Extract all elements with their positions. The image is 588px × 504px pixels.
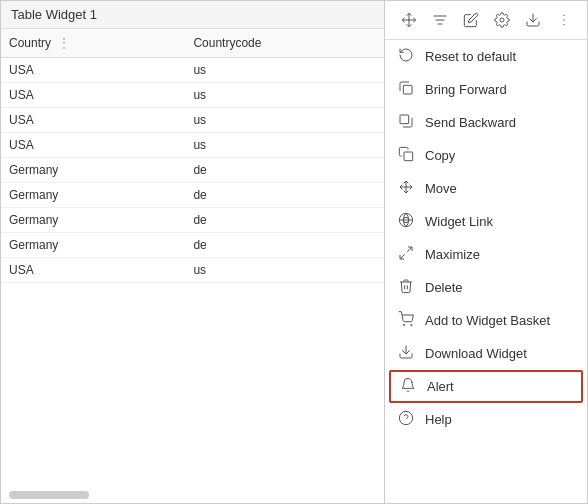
scroll-bar [9, 491, 89, 499]
table-widget-title: Table Widget 1 [1, 1, 384, 29]
menu-item-move-label: Move [425, 181, 575, 196]
settings-toolbar-icon[interactable] [489, 7, 515, 33]
menu-item-help-label: Help [425, 412, 575, 427]
svg-point-14 [403, 324, 404, 325]
cell-code: us [185, 83, 384, 108]
filter-toolbar-icon[interactable] [427, 7, 453, 33]
cell-code: de [185, 158, 384, 183]
col-country-menu-icon[interactable]: ⋮ [57, 35, 71, 51]
menu-item-help[interactable]: Help [385, 403, 587, 436]
menu-item-send-backward-label: Send Backward [425, 115, 575, 130]
cell-country: USA [1, 108, 185, 133]
menu-item-bring-forward[interactable]: Bring Forward [385, 73, 587, 106]
svg-rect-8 [404, 152, 413, 161]
cell-code: de [185, 208, 384, 233]
move-icon [397, 179, 415, 198]
cell-country: USA [1, 83, 185, 108]
more-toolbar-icon[interactable] [551, 7, 577, 33]
table-widget: Table Widget 1 Country ⋮ Countrycode [0, 0, 385, 504]
menu-item-copy-label: Copy [425, 148, 575, 163]
menu-item-download-widget-label: Download Widget [425, 346, 575, 361]
svg-line-12 [407, 247, 412, 252]
menu-item-move[interactable]: Move [385, 172, 587, 205]
menu-item-delete[interactable]: Delete [385, 271, 587, 304]
menu-item-add-basket-label: Add to Widget Basket [425, 313, 575, 328]
send-backward-icon [397, 113, 415, 132]
menu-item-maximize[interactable]: Maximize [385, 238, 587, 271]
svg-point-16 [399, 411, 412, 424]
table-row: USAus [1, 108, 384, 133]
cell-country: USA [1, 133, 185, 158]
svg-point-5 [563, 24, 564, 25]
delete-icon [397, 278, 415, 297]
cell-code: de [185, 183, 384, 208]
add-basket-icon [397, 311, 415, 330]
cell-code: de [185, 233, 384, 258]
svg-rect-7 [400, 115, 409, 124]
download-widget-icon [397, 344, 415, 363]
reset-icon [397, 47, 415, 66]
context-menu-list: Reset to defaultBring ForwardSend Backwa… [385, 40, 587, 503]
svg-rect-6 [403, 85, 412, 94]
svg-point-15 [411, 324, 412, 325]
toolbar-row [385, 1, 587, 40]
menu-item-alert-label: Alert [427, 379, 573, 394]
menu-item-delete-label: Delete [425, 280, 575, 295]
alert-icon [399, 377, 417, 396]
menu-item-send-backward[interactable]: Send Backward [385, 106, 587, 139]
copy-icon [397, 146, 415, 165]
scroll-indicator [9, 491, 376, 499]
menu-item-maximize-label: Maximize [425, 247, 575, 262]
cell-country: USA [1, 58, 185, 83]
menu-item-reset[interactable]: Reset to default [385, 40, 587, 73]
cell-code: us [185, 258, 384, 283]
edit-toolbar-icon[interactable] [458, 7, 484, 33]
data-table: Country ⋮ Countrycode USAusUSAusUSAusUSA… [1, 29, 384, 283]
table-row: Germanyde [1, 158, 384, 183]
cell-country: Germany [1, 208, 185, 233]
cell-country: Germany [1, 158, 185, 183]
menu-item-widget-link-label: Widget Link [425, 214, 575, 229]
table-row: USAus [1, 58, 384, 83]
menu-item-copy[interactable]: Copy [385, 139, 587, 172]
cell-country: Germany [1, 233, 185, 258]
table-container[interactable]: Country ⋮ Countrycode USAusUSAusUSAusUSA… [1, 29, 384, 499]
cell-code: us [185, 108, 384, 133]
table-row: Germanyde [1, 233, 384, 258]
cell-country: Germany [1, 183, 185, 208]
table-row: USAus [1, 83, 384, 108]
col-country: Country ⋮ [1, 29, 185, 58]
bring-forward-icon [397, 80, 415, 99]
svg-point-4 [563, 19, 564, 20]
cell-code: us [185, 58, 384, 83]
col-countrycode: Countrycode [185, 29, 384, 58]
menu-item-add-basket[interactable]: Add to Widget Basket [385, 304, 587, 337]
cell-country: USA [1, 258, 185, 283]
menu-item-alert[interactable]: Alert [389, 370, 583, 403]
help-icon [397, 410, 415, 429]
menu-item-widget-link[interactable]: Widget Link [385, 205, 587, 238]
table-row: Germanyde [1, 208, 384, 233]
svg-point-3 [563, 15, 564, 16]
move-toolbar-icon[interactable] [396, 7, 422, 33]
maximize-icon [397, 245, 415, 264]
svg-point-2 [500, 18, 504, 22]
widget-link-icon [397, 212, 415, 231]
table-row: USAus [1, 133, 384, 158]
context-panel: Reset to defaultBring ForwardSend Backwa… [385, 0, 588, 504]
menu-item-reset-label: Reset to default [425, 49, 575, 64]
download-toolbar-icon[interactable] [520, 7, 546, 33]
table-row: USAus [1, 258, 384, 283]
cell-code: us [185, 133, 384, 158]
main-container: Table Widget 1 Country ⋮ Countrycode [0, 0, 588, 504]
svg-line-13 [400, 254, 405, 259]
menu-item-download-widget[interactable]: Download Widget [385, 337, 587, 370]
menu-item-bring-forward-label: Bring Forward [425, 82, 575, 97]
table-row: Germanyde [1, 183, 384, 208]
